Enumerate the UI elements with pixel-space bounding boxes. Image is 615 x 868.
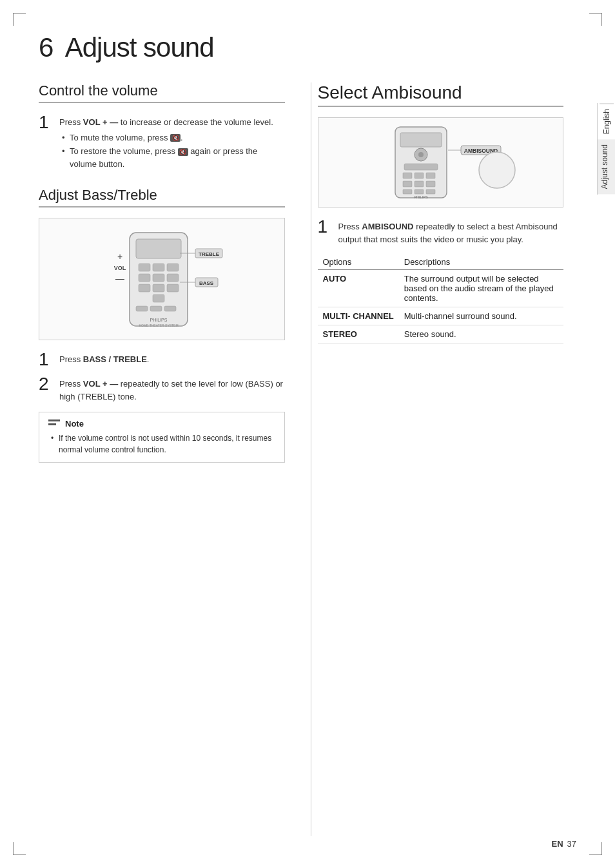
svg-rect-4 (167, 264, 179, 271)
bass-treble-step2-bold: VOL + — (83, 379, 118, 389)
page-container: 6 Adjust sound Control the volume 1 Pres… (0, 0, 596, 868)
chapter-heading: 6 Adjust sound (39, 32, 563, 63)
svg-rect-32 (415, 173, 424, 178)
bass-treble-step1-prefix: Press (59, 354, 83, 364)
svg-text:TREBLE: TREBLE (199, 251, 220, 257)
note-icon (48, 420, 60, 429)
bass-treble-step1-bold: BASS / TREBLE (83, 354, 147, 364)
step1-text-bold: VOL + — (83, 117, 118, 127)
page-number: 37 (567, 839, 576, 849)
svg-rect-33 (426, 173, 435, 178)
table-row: AUTOThe surround output will be selected… (318, 270, 564, 307)
svg-text:PHILIPS: PHILIPS (415, 195, 428, 199)
bullet-mute: To mute the volume, press 🔇. (59, 131, 285, 144)
svg-rect-31 (403, 173, 412, 178)
note-list: If the volume control is not used within… (48, 432, 275, 456)
svg-rect-3 (153, 264, 164, 271)
left-column: Control the volume 1 Press VOL + — to in… (39, 82, 291, 836)
options-table-head: Options Descriptions (318, 255, 564, 270)
side-tab-adjustsound-label: Adjust sound (598, 139, 615, 194)
note-box: Note If the volume control is not used w… (39, 412, 285, 463)
bass-treble-step1-content: Press BASS / TREBLE. (59, 351, 149, 369)
bass-treble-step1-number: 1 (39, 351, 53, 369)
svg-rect-6 (153, 274, 164, 282)
side-tab-english-label: English (600, 103, 614, 139)
option-name-cell: STEREO (318, 325, 399, 343)
bass-treble-step1-suffix: . (147, 354, 150, 364)
svg-rect-7 (167, 274, 179, 282)
table-row: STEREOStereo sound. (318, 325, 564, 343)
step1-content: Press VOL + — to increase or decrease th… (59, 113, 285, 171)
right-column: Select Ambisound (311, 82, 564, 836)
option-name-cell: AUTO (318, 270, 399, 307)
svg-rect-38 (415, 189, 424, 194)
chapter-number: 6 (39, 32, 53, 63)
control-volume-step1: 1 Press VOL + — to increase or decrease … (39, 113, 285, 171)
svg-rect-11 (153, 294, 164, 302)
svg-text:VOL: VOL (113, 265, 126, 271)
remote-illustration: PHILIPS HOME THEATER SYSTEM VOL + — TREB… (39, 218, 285, 340)
svg-rect-13 (150, 306, 162, 311)
col-descriptions-header: Descriptions (399, 255, 563, 270)
control-volume-heading: Control the volume (39, 82, 285, 103)
note-icon-line-2 (48, 423, 56, 425)
svg-text:—: — (115, 273, 124, 284)
bullet-restore: To restore the volume, press 🔇 again or … (59, 145, 285, 170)
bass-treble-step2: 2 Press VOL + — repeatedly to set the le… (39, 375, 285, 403)
svg-text:HOME THEATER SYSTEM: HOME THEATER SYSTEM (139, 323, 178, 327)
ambisound-illustration: PHILIPS AMBISOUND (318, 117, 564, 207)
svg-rect-35 (415, 181, 424, 187)
svg-rect-14 (164, 306, 176, 311)
table-row: MULTI- CHANNELMulti-channel surround sou… (318, 307, 564, 325)
svg-text:+: + (117, 251, 122, 262)
remote-svg: PHILIPS HOME THEATER SYSTEM VOL + — TREB… (72, 226, 252, 333)
options-table-body: AUTOThe surround output will be selected… (318, 270, 564, 343)
svg-rect-34 (403, 181, 412, 187)
note-label: Note (65, 419, 84, 429)
bass-treble-step2-content: Press VOL + — repeatedly to set the leve… (59, 375, 285, 403)
option-description-cell: Stereo sound. (399, 325, 563, 343)
svg-rect-39 (426, 189, 435, 194)
note-item: If the volume control is not used within… (48, 432, 275, 456)
note-header: Note (48, 419, 275, 429)
note-content: If the volume control is not used within… (48, 432, 275, 456)
svg-rect-36 (426, 181, 435, 187)
step1-text-prefix: Press (59, 117, 83, 127)
two-column-layout: Control the volume 1 Press VOL + — to in… (39, 82, 563, 836)
svg-text:BASS: BASS (199, 280, 214, 286)
options-table-header-row: Options Descriptions (318, 255, 564, 270)
svg-text:PHILIPS: PHILIPS (150, 318, 167, 322)
side-tab: English Adjust sound (597, 103, 615, 195)
options-table: Options Descriptions AUTOThe surround ou… (318, 255, 564, 343)
svg-rect-37 (403, 189, 412, 194)
option-description-cell: Multi-channel surround sound. (399, 307, 563, 325)
ambisound-step1-prefix: Press (338, 222, 362, 231)
step1-bullets: To mute the volume, press 🔇. To restore … (59, 131, 285, 171)
svg-rect-12 (136, 306, 148, 311)
footer: EN 37 (551, 839, 576, 849)
ambisound-step1: 1 Press AMBISOUND repeatedly to select a… (318, 218, 564, 246)
bass-treble-step1: 1 Press BASS / TREBLE. (39, 351, 285, 369)
svg-rect-2 (139, 264, 150, 271)
svg-point-29 (418, 152, 424, 157)
bass-treble-step2-number: 2 (39, 375, 53, 403)
step1-text-suffix: to increase or decrease the volume level… (118, 117, 273, 127)
select-ambisound-heading: Select Ambisound (318, 82, 564, 107)
option-description-cell: The surround output will be selected bas… (399, 270, 563, 307)
ambisound-step1-number: 1 (318, 218, 332, 246)
svg-rect-5 (139, 274, 150, 282)
svg-rect-30 (404, 164, 438, 170)
svg-rect-8 (139, 284, 150, 292)
ambisound-step1-bold: AMBISOUND (362, 222, 413, 231)
step1-number: 1 (39, 113, 53, 171)
chapter-title: Adjust sound (65, 32, 214, 63)
col-options-header: Options (318, 255, 399, 270)
svg-rect-27 (400, 133, 442, 147)
footer-language: EN (551, 839, 563, 849)
ambisound-svg: PHILIPS AMBISOUND (356, 124, 524, 201)
bass-treble-step2-prefix: Press (59, 379, 83, 389)
option-name-cell: MULTI- CHANNEL (318, 307, 399, 325)
adjust-bass-treble-heading: Adjust Bass/Treble (39, 187, 285, 207)
svg-rect-9 (153, 284, 164, 292)
ambisound-step1-content: Press AMBISOUND repeatedly to select a b… (338, 218, 564, 246)
